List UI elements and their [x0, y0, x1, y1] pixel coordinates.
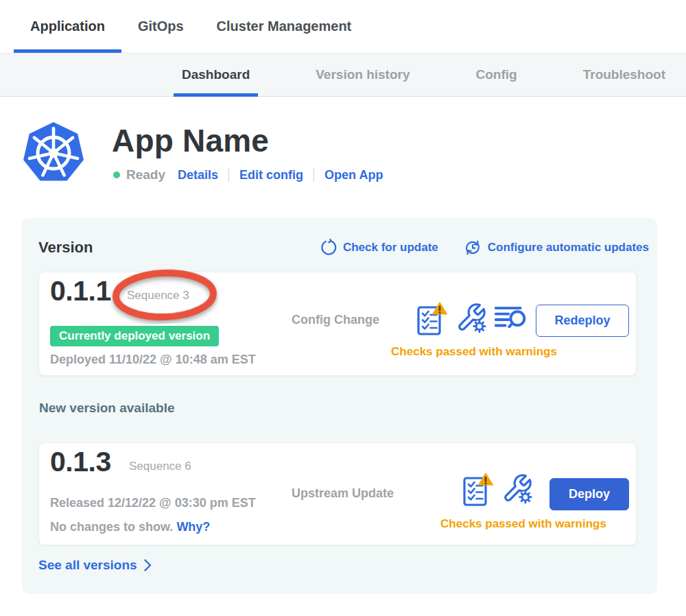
divider: [314, 169, 314, 182]
admin-console-page: Application GitOps Cluster Management Da…: [0, 0, 686, 616]
subtab-dashboard[interactable]: Dashboard: [174, 54, 258, 96]
refresh-icon: [320, 239, 338, 257]
no-changes-text: No changes to show. Why?: [50, 520, 210, 534]
version-card-actions: Check for update Configure automatic upd…: [295, 239, 649, 257]
check-for-update-button[interactable]: Check for update: [320, 239, 438, 257]
subtab-version-history-label: Version history: [316, 67, 410, 82]
preflight-checklist-icon[interactable]: [416, 301, 449, 337]
deployed-timestamp: Deployed 11/10/22 @ 10:48 am EST: [50, 353, 256, 367]
configure-automatic-updates-label: Configure automatic updates: [488, 241, 649, 254]
current-version-source: Config Change: [292, 313, 379, 327]
why-link[interactable]: Why?: [176, 520, 210, 534]
tab-gitops[interactable]: GitOps: [121, 0, 200, 53]
subtab-version-history[interactable]: Version history: [307, 54, 418, 96]
tab-application-label: Application: [30, 19, 105, 34]
see-all-versions-label: See all versions: [38, 558, 137, 573]
current-version-number: 0.1.1: [50, 275, 111, 307]
current-sequence-label: Sequence 3: [127, 289, 189, 303]
new-version-heading: New version available: [39, 401, 175, 416]
top-nav: Application GitOps Cluster Management: [0, 0, 686, 53]
wrench-gear-icon[interactable]: [456, 301, 487, 334]
subtab-config-label: Config: [476, 67, 517, 82]
tab-cluster-management[interactable]: Cluster Management: [200, 0, 368, 53]
details-link[interactable]: Details: [178, 168, 218, 182]
no-changes-label: No changes to show.: [50, 520, 173, 534]
divider: [228, 169, 229, 182]
status-badge: Ready: [126, 167, 165, 182]
sub-nav: Dashboard Version history Config Trouble…: [0, 53, 686, 97]
current-version-row: 0.1.1 Sequence 3 Currently deployed vers…: [38, 272, 637, 376]
subtab-troubleshoot-label: Troubleshoot: [583, 67, 665, 82]
current-version-checks-icons: [416, 301, 534, 337]
configure-automatic-updates-button[interactable]: Configure automatic updates: [463, 239, 649, 257]
open-app-link[interactable]: Open App: [324, 168, 383, 182]
page-title: App Name: [112, 122, 269, 159]
tab-gitops-label: GitOps: [138, 19, 184, 34]
tab-cluster-management-label: Cluster Management: [217, 19, 352, 34]
status-dot-icon: [113, 171, 120, 178]
version-card: Version Check for update Configure autom…: [22, 218, 657, 594]
available-sequence-label: Sequence 6: [129, 460, 191, 473]
available-version-number: 0.1.3: [50, 446, 111, 478]
check-for-update-label: Check for update: [343, 241, 438, 254]
sync-clock-icon: [463, 239, 482, 257]
currently-deployed-badge: Currently deployed version: [50, 326, 219, 346]
deploy-button[interactable]: Deploy: [549, 478, 629, 510]
released-timestamp: Released 12/12/22 @ 03:30 pm EST: [50, 496, 256, 510]
current-checks-status: Checks passed with warnings: [344, 345, 604, 359]
preflight-checklist-icon[interactable]: [462, 472, 495, 508]
wrench-gear-icon[interactable]: [501, 472, 533, 505]
see-all-versions-link[interactable]: See all versions: [38, 558, 152, 573]
subtab-troubleshoot[interactable]: Troubleshoot: [575, 54, 674, 96]
subtab-config[interactable]: Config: [468, 54, 525, 96]
available-version-row: 0.1.3 Sequence 6 Released 12/12/22 @ 03:…: [38, 442, 637, 545]
subtab-dashboard-label: Dashboard: [182, 67, 250, 82]
edit-config-link[interactable]: Edit config: [239, 168, 303, 182]
available-version-checks-icons: [462, 472, 540, 508]
available-version-source: Upstream Update: [292, 486, 394, 501]
redeploy-button[interactable]: Redeploy: [536, 305, 629, 337]
view-diff-icon[interactable]: [494, 301, 527, 333]
app-status-row: Ready Details Edit config Open App: [113, 167, 383, 182]
available-checks-status: Checks passed with warnings: [393, 517, 654, 531]
kubernetes-logo: [23, 121, 84, 184]
chevron-right-icon: [144, 559, 152, 571]
tab-application[interactable]: Application: [14, 0, 121, 53]
version-card-title: Version: [38, 239, 93, 257]
